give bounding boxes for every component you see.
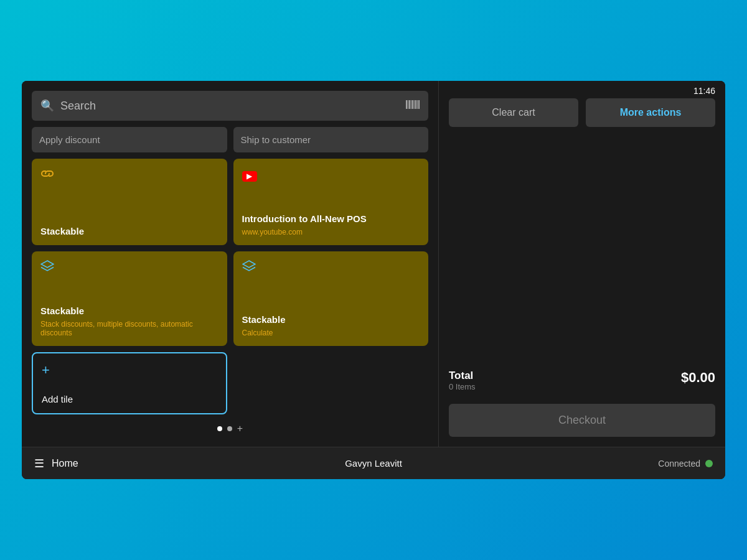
cart-area — [449, 134, 715, 357]
svg-rect-2 — [409, 100, 410, 109]
bottom-right: Connected — [487, 459, 713, 469]
hamburger-icon[interactable]: ☰ — [34, 457, 44, 470]
tile-title: Introduction to All-New POS — [242, 213, 420, 224]
plus-icon: + — [42, 362, 217, 378]
total-label: Total — [449, 370, 476, 382]
link-icon — [40, 167, 218, 182]
add-tile-button[interactable]: + Add tile — [32, 352, 227, 414]
tile-title: Stackable — [40, 226, 218, 236]
bottom-left: ☰ Home — [34, 457, 260, 470]
apply-discount-button[interactable]: Apply discount — [32, 127, 227, 152]
user-label: Gavyn Leavitt — [260, 458, 486, 469]
bottom-bar: ☰ Home Gavyn Leavitt Connected — [22, 447, 725, 479]
barcode-icon[interactable] — [406, 99, 420, 113]
tile-youtube-intro[interactable]: ▶ Introduction to All-New POS www.youtub… — [233, 159, 429, 245]
svg-rect-4 — [412, 100, 413, 109]
tile-stackable-discounts[interactable]: Stackable Stack discounts, multiple disc… — [32, 251, 227, 347]
layers-icon — [242, 260, 420, 274]
youtube-icon: ▶ — [242, 167, 420, 182]
main-content: 🔍 A — [22, 81, 725, 447]
svg-rect-6 — [415, 100, 416, 109]
more-actions-button[interactable]: More actions — [586, 98, 715, 127]
svg-rect-5 — [414, 100, 415, 109]
tile-subtitle: Stack discounts, multiple discounts, aut… — [40, 320, 218, 337]
ship-to-customer-button[interactable]: Ship to customer — [233, 127, 429, 152]
total-info: Total 0 Items — [449, 370, 476, 391]
status-dot — [705, 460, 713, 467]
add-tile-label: Add tile — [42, 394, 217, 404]
right-top-buttons: Clear cart More actions — [449, 98, 715, 127]
search-input[interactable] — [60, 100, 400, 113]
clear-cart-button[interactable]: Clear cart — [449, 98, 578, 127]
tile-stackable-link[interactable]: Stackable — [32, 159, 227, 245]
tile-title: Stackable — [242, 314, 420, 325]
app-window: 11:46 🔍 — [22, 81, 725, 479]
svg-rect-3 — [411, 100, 411, 109]
connected-label: Connected — [658, 459, 700, 469]
pagination-row: + — [32, 421, 428, 437]
tile-stackable-calculate[interactable]: Stackable Calculate — [233, 251, 429, 347]
svg-rect-8 — [418, 100, 420, 109]
svg-rect-0 — [406, 100, 407, 109]
pagination-dot-active[interactable] — [217, 426, 222, 431]
time-display: 11:46 — [693, 86, 715, 96]
svg-rect-1 — [408, 100, 408, 109]
checkout-button[interactable]: Checkout — [449, 404, 715, 437]
tiles-grid: Stackable ▶ Introduction to All-New POS … — [32, 159, 428, 346]
pagination-dot[interactable] — [227, 426, 232, 431]
search-icon: 🔍 — [40, 99, 54, 113]
items-count: 0 Items — [449, 382, 476, 391]
layers-icon — [40, 260, 218, 274]
tile-url: www.youtube.com — [242, 228, 420, 236]
right-panel: Clear cart More actions Total 0 Items $0… — [439, 81, 725, 447]
home-label: Home — [52, 458, 78, 469]
action-buttons-row: Apply discount Ship to customer — [32, 127, 428, 152]
total-row: Total 0 Items $0.00 — [449, 365, 715, 396]
svg-rect-7 — [417, 100, 418, 109]
tile-title: Stackable — [40, 306, 218, 316]
left-panel: 🔍 A — [22, 81, 439, 447]
tile-subtitle: Calculate — [242, 329, 420, 337]
pagination-add-icon[interactable]: + — [237, 423, 243, 434]
search-bar: 🔍 — [32, 91, 428, 121]
total-amount: $0.00 — [681, 370, 715, 386]
